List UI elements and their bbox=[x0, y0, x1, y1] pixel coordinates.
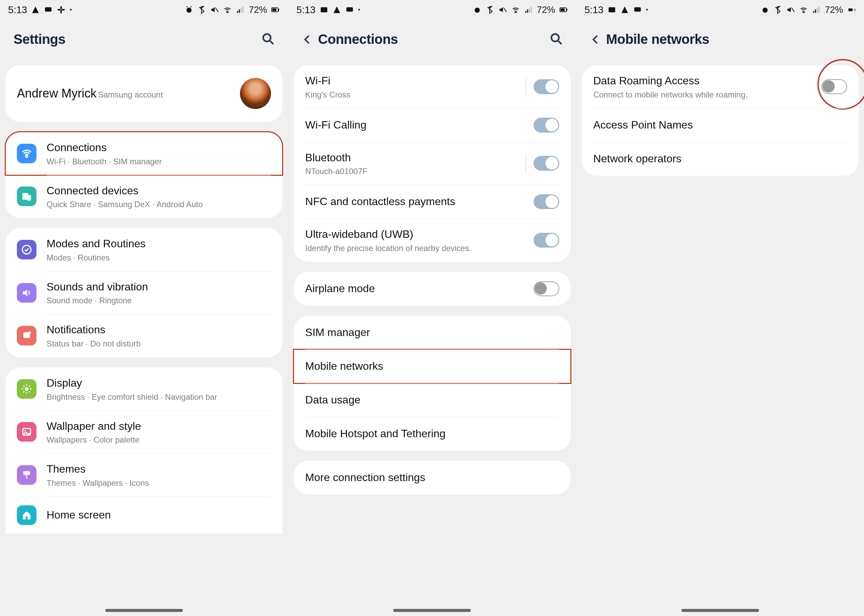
battery-icon bbox=[847, 5, 856, 14]
sound-icon bbox=[17, 283, 36, 303]
row-title: Home screen bbox=[47, 508, 111, 522]
status-time: 5:13 bbox=[8, 5, 27, 16]
profile-card[interactable]: Andrew Myrick Samsung account bbox=[5, 65, 282, 122]
row-connected-devices[interactable]: Connected devices Quick Share · Samsung … bbox=[5, 175, 282, 218]
search-icon[interactable] bbox=[261, 32, 274, 47]
svg-line-50 bbox=[792, 8, 795, 12]
status-bar: 5:13 • 72% bbox=[0, 0, 288, 20]
row-connections[interactable]: Connections Wi-Fi · Bluetooth · SIM mana… bbox=[5, 132, 282, 175]
connections-group-3: SIM manager Mobile networks Data usage M… bbox=[294, 316, 570, 451]
battery-icon bbox=[271, 5, 280, 14]
search-icon[interactable] bbox=[550, 32, 563, 47]
svg-rect-7 bbox=[237, 11, 238, 13]
back-icon[interactable] bbox=[590, 34, 606, 45]
home-indicator[interactable] bbox=[105, 609, 183, 612]
row-wifi[interactable]: Wi-FiKing's Cross bbox=[294, 65, 570, 108]
row-sub: Sound mode · Ringtone bbox=[47, 296, 148, 305]
phone-connections: 5:13 • 72% Connections Wi-FiKing's Cross… bbox=[288, 0, 576, 616]
alarm-icon bbox=[473, 5, 482, 14]
row-hotspot[interactable]: Mobile Hotspot and Tethering bbox=[294, 417, 570, 451]
row-airplane[interactable]: Airplane mode bbox=[294, 272, 570, 306]
toggle-wifi[interactable] bbox=[534, 79, 559, 94]
mute-icon bbox=[786, 5, 795, 14]
signal-icon bbox=[524, 5, 533, 14]
svg-line-29 bbox=[29, 386, 30, 387]
row-data-usage[interactable]: Data usage bbox=[294, 383, 570, 417]
svg-line-37 bbox=[504, 8, 507, 12]
row-sounds[interactable]: Sounds and vibration Sound mode · Ringto… bbox=[5, 271, 282, 314]
row-title: Mobile networks bbox=[305, 359, 383, 374]
row-nfc[interactable]: NFC and contactless payments bbox=[294, 185, 570, 218]
row-apn[interactable]: Access Point Names bbox=[582, 108, 859, 142]
row-sub: NTouch-a01007F bbox=[305, 167, 367, 176]
triangle-icon bbox=[31, 5, 40, 14]
home-indicator[interactable] bbox=[681, 609, 759, 612]
back-icon[interactable] bbox=[302, 34, 318, 45]
row-title: Connected devices bbox=[47, 184, 203, 198]
row-title: Notifications bbox=[47, 323, 141, 337]
slack-icon bbox=[57, 5, 66, 14]
row-sub: Status bar · Do not disturb bbox=[47, 339, 141, 349]
svg-rect-53 bbox=[817, 8, 818, 13]
toggle-airplane[interactable] bbox=[534, 281, 559, 296]
settings-group-3: Display Brightness · Eye comfort shield … bbox=[5, 368, 282, 534]
row-uwb[interactable]: Ultra-wideband (UWB)Identify the precise… bbox=[294, 218, 570, 262]
bluetooth-icon bbox=[197, 5, 206, 14]
settings-group-2: Modes and Routines Modes · Routines Soun… bbox=[5, 228, 282, 357]
row-themes[interactable]: Themes Themes · Wallpapers · Icons bbox=[5, 453, 282, 497]
gallery-icon bbox=[607, 5, 616, 14]
toggle-roaming[interactable] bbox=[822, 79, 847, 94]
phone-mobile-networks: 5:13 • 72% Mobile networks Data Roaming … bbox=[576, 0, 864, 616]
row-wifi-calling[interactable]: Wi-Fi Calling bbox=[294, 108, 570, 142]
svg-rect-13 bbox=[279, 9, 279, 11]
row-operators[interactable]: Network operators bbox=[582, 142, 859, 176]
svg-rect-44 bbox=[567, 9, 567, 11]
svg-rect-1 bbox=[60, 6, 62, 9]
row-sim[interactable]: SIM manager bbox=[294, 316, 570, 349]
alarm-icon bbox=[185, 5, 194, 14]
svg-point-45 bbox=[551, 34, 559, 41]
row-mobile-networks[interactable]: Mobile networks bbox=[294, 349, 570, 383]
row-title: More connection settings bbox=[305, 471, 425, 485]
row-title: Modes and Routines bbox=[47, 237, 146, 251]
row-wallpaper[interactable]: Wallpaper and style Wallpapers · Color p… bbox=[5, 410, 282, 454]
bluetooth-icon bbox=[486, 5, 494, 14]
row-display[interactable]: Display Brightness · Eye comfort shield … bbox=[5, 368, 282, 410]
triangle-icon bbox=[620, 5, 629, 14]
mute-icon bbox=[210, 5, 219, 14]
row-roaming[interactable]: Data Roaming Access Connect to mobile ne… bbox=[582, 65, 859, 108]
svg-rect-9 bbox=[241, 8, 242, 13]
phone-settings: 5:13 • 72% Settings Andrew Myrick Samsun… bbox=[0, 0, 288, 616]
home-indicator[interactable] bbox=[393, 609, 471, 612]
status-bar: 5:13 • 72% bbox=[576, 0, 864, 20]
svg-rect-34 bbox=[321, 7, 327, 12]
avatar[interactable] bbox=[240, 78, 271, 109]
row-bluetooth[interactable]: BluetoothNTouch-a01007F bbox=[294, 142, 570, 185]
row-sub: Wi-Fi · Bluetooth · SIM manager bbox=[47, 157, 162, 166]
svg-rect-2 bbox=[60, 10, 62, 14]
status-time: 5:13 bbox=[296, 5, 315, 16]
dot-icon: • bbox=[69, 6, 72, 14]
svg-rect-32 bbox=[23, 471, 30, 475]
toggle-nfc[interactable] bbox=[534, 194, 559, 209]
row-title: Network operators bbox=[593, 152, 681, 166]
row-title: Display bbox=[47, 376, 217, 390]
row-sub: Connect to mobile networks while roaming… bbox=[593, 90, 748, 99]
svg-point-31 bbox=[25, 430, 26, 432]
row-modes[interactable]: Modes and Routines Modes · Routines bbox=[5, 228, 282, 271]
toggle-uwb[interactable] bbox=[534, 233, 559, 248]
wifi-icon bbox=[17, 144, 36, 163]
svg-rect-3 bbox=[58, 9, 61, 11]
status-time: 5:13 bbox=[585, 5, 603, 16]
status-battery: 72% bbox=[249, 5, 267, 15]
mute-icon bbox=[499, 5, 507, 14]
settings-group-1: Connections Wi-Fi · Bluetooth · SIM mana… bbox=[5, 132, 282, 218]
divider bbox=[526, 154, 526, 172]
row-notifications[interactable]: Notifications Status bar · Do not distur… bbox=[5, 314, 282, 357]
svg-rect-8 bbox=[239, 9, 240, 13]
toggle-wifi-calling[interactable] bbox=[534, 118, 559, 133]
row-more[interactable]: More connection settings bbox=[294, 461, 570, 495]
row-home[interactable]: Home screen bbox=[5, 497, 282, 534]
toggle-bluetooth[interactable] bbox=[534, 156, 559, 171]
svg-rect-0 bbox=[45, 7, 52, 11]
